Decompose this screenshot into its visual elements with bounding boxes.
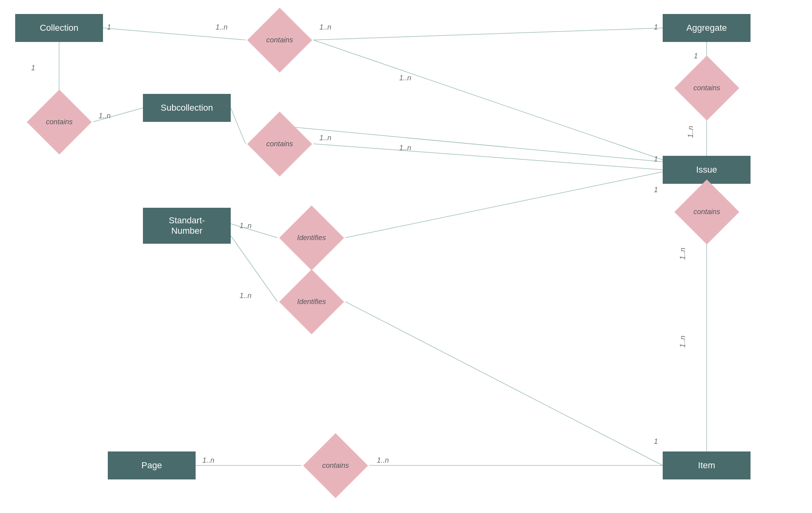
mult-aggregate-down: 1: [694, 52, 698, 60]
mult-contains-agg-down: 1..n: [687, 126, 695, 138]
svg-line-1: [313, 28, 663, 40]
svg-line-13: [231, 224, 277, 238]
svg-line-14: [345, 172, 663, 238]
mult-contains-top-to-issue: 1..n: [399, 74, 411, 82]
mult-contains-top-right: 1..n: [319, 23, 331, 32]
svg-line-15: [231, 236, 277, 302]
mult-contains-top-left: 1..n: [216, 23, 228, 32]
diamond-identifies-lower: Identifies: [277, 284, 345, 320]
mult-item-top: 1: [654, 437, 658, 446]
mult-identifies2-to-item: 1..n: [679, 336, 687, 348]
entity-item: Item: [663, 451, 751, 479]
mult-contains-issue-down: 1..n: [679, 248, 687, 260]
diamond-contains-aggregate: contains: [673, 70, 741, 106]
mult-collection-right: 1: [107, 23, 111, 32]
svg-line-16: [345, 302, 663, 465]
mult-contains-page-right: 1..n: [377, 456, 389, 465]
svg-line-5: [313, 144, 663, 170]
mult-contains-mid-to-issue: 1..n: [399, 144, 411, 152]
mult-standart-to-identifies1: 1..n: [240, 222, 252, 230]
entity-standart-number: Standart- Number: [143, 208, 231, 244]
mult-standart-to-identifies2: 1..n: [240, 292, 252, 300]
svg-line-6: [313, 40, 663, 160]
mult-subcoll-left: 1..n: [216, 101, 228, 109]
mult-issue-down: 1: [654, 186, 658, 194]
mult-collection-down: 1: [31, 64, 35, 72]
mult-aggregate-left: 1: [654, 23, 658, 32]
mult-contains-mid-right: 1..n: [319, 134, 331, 142]
mult-issue-left: 1: [654, 155, 658, 163]
er-diagram: Collection Aggregate Subcollection Issue…: [0, 0, 812, 513]
mult-contains-left-right: 1..n: [99, 112, 111, 120]
diamond-contains-top: contains: [246, 22, 313, 58]
diamond-contains-left: contains: [25, 104, 93, 140]
entity-aggregate: Aggregate: [663, 14, 751, 42]
diamond-contains-page: contains: [301, 447, 369, 483]
svg-line-4: [231, 108, 246, 144]
diamond-contains-mid: contains: [246, 126, 313, 162]
entity-collection: Collection: [15, 14, 103, 42]
mult-page-right: 1..n: [202, 456, 214, 465]
diamond-contains-issue: contains: [673, 194, 741, 230]
entity-page: Page: [108, 451, 196, 479]
svg-line-7: [279, 126, 663, 162]
diamond-identifies-upper: Identifies: [277, 220, 345, 256]
